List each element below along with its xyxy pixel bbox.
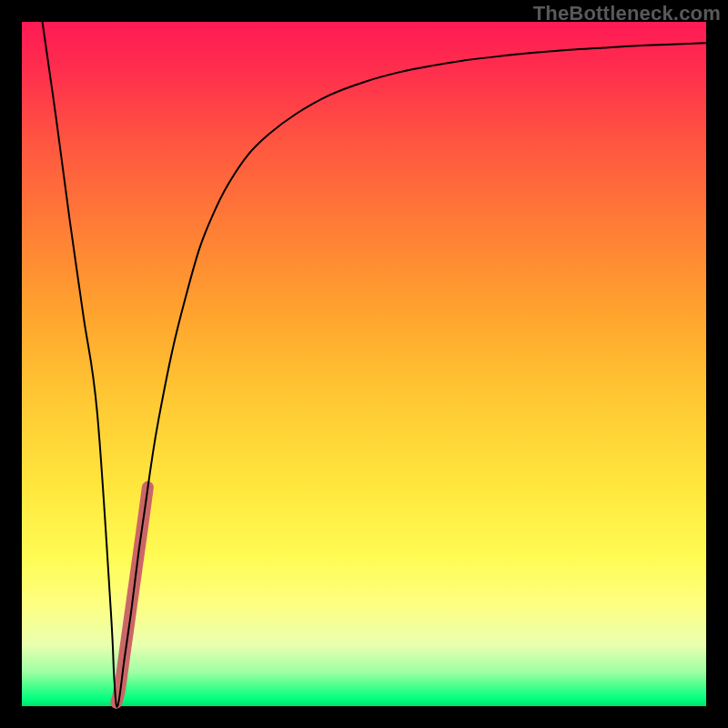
plot-area — [22, 22, 706, 706]
curve-layer — [22, 22, 706, 706]
watermark-label: TheBottleneck.com — [533, 2, 721, 25]
bottleneck-curve — [43, 22, 706, 707]
chart-root: TheBottleneck.com — [0, 0, 728, 728]
